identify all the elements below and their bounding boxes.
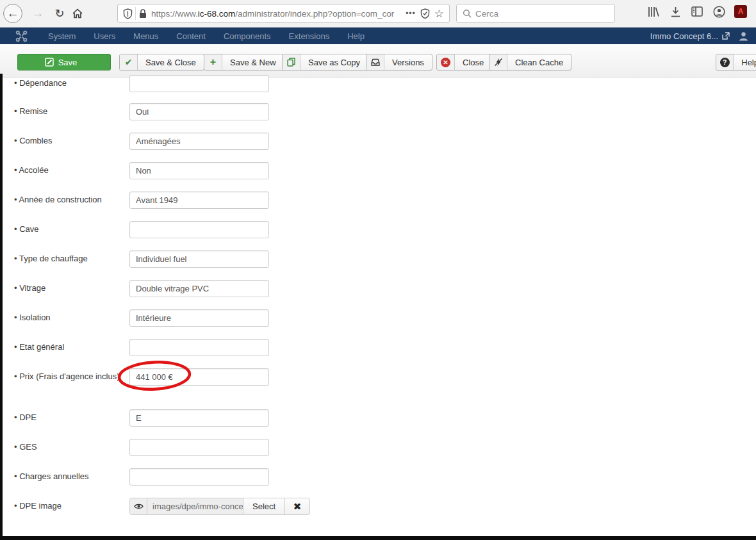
form-row: Année de construction Avant 1949 [0,192,333,209]
save-new-button[interactable]: + Save & New [204,54,284,70]
download-icon[interactable] [669,5,682,18]
field-label: Vitrage [14,282,123,294]
field-label: Dépendance [14,78,123,89]
field-label: Prix (Frais d'agence inclus) [14,371,123,382]
external-link-icon [722,32,730,40]
back-button[interactable]: ← [3,4,22,23]
clean-cache-button[interactable]: Clean Cache [489,54,571,70]
form-row: Vitrage Double vitrage PVC [0,280,333,297]
browser-window: ← → ↻ https://www.ic-68.com/administrato… [0,0,756,540]
field-input[interactable]: 441 000 € [129,368,269,386]
menu-item-extensions[interactable]: Extensions [280,31,339,41]
search-input[interactable]: Cerca [456,4,615,23]
archive-icon [366,54,384,70]
field-input[interactable]: Aménagées [129,133,269,150]
save-close-button[interactable]: ✔ Save & Close [119,54,204,70]
form-row: Dépendance [0,75,333,92]
field-input[interactable]: Oui [129,103,269,120]
forward-button[interactable]: → [28,4,47,23]
field-label: Remise [14,106,123,117]
close-button[interactable]: ✕ Close [436,54,492,70]
form-row: Etat général [0,339,333,356]
save-button[interactable]: Save [17,54,111,70]
form-row: Accolée Non [0,162,333,179]
field-label: Isolation [14,312,123,323]
help-icon: ? [716,54,734,70]
help-button[interactable]: ? Help [716,54,756,70]
admin-navbar: SystemUsersMenusContentComponentsExtensi… [0,28,756,44]
shield-icon[interactable] [118,8,133,19]
form-row: Remise Oui [0,103,333,120]
copy-icon [283,54,300,70]
user-menu-icon[interactable] [739,31,748,41]
admin-toolbar: Save ✔ Save & Close + Save & New Save as… [0,44,756,78]
joomla-logo-icon [15,30,28,42]
form-row: Type de chauffage Individuel fuel [0,250,333,268]
field-label: Combles [14,135,123,147]
reload-button[interactable]: ↻ [50,4,69,23]
shield-check-icon[interactable] [420,8,430,19]
form-row: Combles Aménagées [0,133,333,150]
field-input[interactable]: Avant 1949 [129,192,269,209]
field-label: GES [14,441,123,453]
form-row: Prix (Frais d'agence inclus) 441 000 € [0,368,333,386]
bookmark-star-icon[interactable]: ☆ [434,7,444,20]
lock-icon[interactable] [138,8,151,19]
browser-chrome: ← → ↻ https://www.ic-68.com/administrato… [0,0,756,28]
field-label: Type de chauffage [14,253,123,265]
close-icon: ✕ [437,54,455,70]
field-input[interactable] [129,439,269,456]
field-input[interactable] [129,75,269,92]
adobe-pdf-icon[interactable]: A [734,5,747,18]
menu-item-menus[interactable]: Menus [124,31,167,41]
field-label: Etat général [14,341,123,353]
plus-icon: + [204,54,222,70]
field-label: Accolée [14,165,123,176]
versions-button[interactable]: Versions [366,54,432,70]
save-copy-button[interactable]: Save as Copy [282,54,368,70]
page-actions-icon[interactable]: ••• [406,9,416,18]
divider [135,7,136,20]
menu-item-content[interactable]: Content [167,31,215,41]
site-preview-link[interactable]: Immo Concept 6... [650,31,730,41]
field-label: DPE [14,412,123,423]
flash-icon [489,54,507,70]
menu-item-help[interactable]: Help [338,31,374,41]
form-row: Isolation Intérieure [0,309,333,327]
clear-x-icon: ✖ [293,501,302,512]
home-button[interactable] [68,4,87,23]
field-label: Charges annuelles [14,471,123,482]
url-bar[interactable]: https://www.ic-68.com/administrator/inde… [117,4,450,23]
window-edge-left [0,74,3,537]
field-input[interactable]: Intérieure [129,309,269,327]
back-arrow-icon: ← [7,6,19,20]
field-input[interactable] [129,468,269,486]
preview-button[interactable] [130,498,147,514]
home-icon [72,8,83,19]
menu-item-components[interactable]: Components [215,31,280,41]
reload-icon: ↻ [54,6,64,20]
forward-arrow-icon: → [32,6,44,20]
check-icon: ✔ [120,54,138,70]
field-input[interactable]: Non [129,162,269,179]
window-edge-bottom [0,536,756,540]
form-row: Charges annuelles [0,468,333,486]
account-icon[interactable] [712,5,725,18]
field-input[interactable] [129,339,269,356]
menu-item-users[interactable]: Users [85,31,124,41]
field-label: Cave [14,224,123,235]
field-label: DPE image [14,500,123,512]
form-row: GES [0,439,333,456]
select-image-button[interactable]: Select [243,498,285,514]
clear-image-button[interactable]: ✖ [285,498,309,514]
dpe-image-path-field[interactable]: images/dpe/immo-conce [147,498,243,514]
eye-icon [134,503,144,510]
library-icon[interactable] [647,5,660,18]
sidebar-icon[interactable] [691,5,703,18]
field-input[interactable]: E [129,409,269,427]
field-input[interactable]: Individuel fuel [129,250,269,268]
field-input[interactable]: Double vitrage PVC [129,280,269,297]
menu-item-system[interactable]: System [39,31,85,41]
form-row: Cave [0,221,333,238]
field-input[interactable] [129,221,269,238]
